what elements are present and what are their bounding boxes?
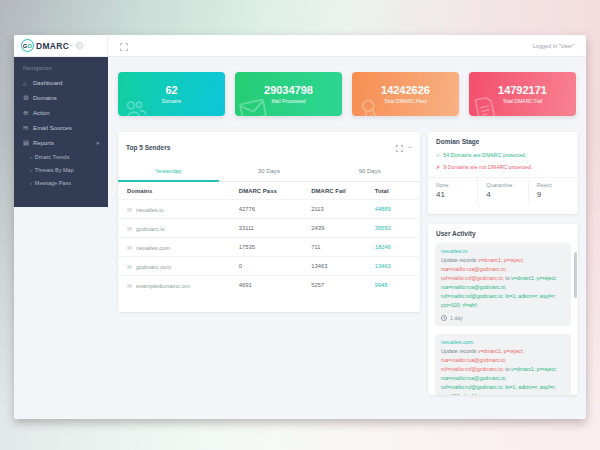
- logo-trademark: ™: [69, 44, 73, 48]
- envelope-icon: [237, 95, 269, 116]
- activity-domain-link[interactable]: neuailes.in: [441, 248, 565, 254]
- col-header-domains: Domains: [118, 182, 239, 200]
- sidebar-subitem-label: Threats By Map: [35, 167, 74, 173]
- fail-value: 2439: [311, 219, 374, 238]
- stage-value: 9: [537, 190, 570, 199]
- sidebar-subitem-label: Dmarc Trends: [35, 154, 70, 160]
- col-header-dmarc-fail: DMARC Fail: [311, 182, 374, 200]
- sidebar-item-message-pass[interactable]: › Message Pass: [14, 176, 108, 189]
- sidebar-item-dashboard[interactable]: ⌂ Dashboard: [14, 76, 108, 90]
- table-row: ✉exampledomainc.om 4691 5257 9948: [118, 276, 420, 295]
- panel-title: User Activity: [436, 230, 476, 237]
- sidebar-item-domains[interactable]: ⚙ Domains: [14, 90, 108, 105]
- nav-section-title: Navigation: [14, 61, 108, 76]
- sidebar-item-reports[interactable]: ▤ Reports ▾: [14, 135, 108, 150]
- domain-link[interactable]: ✉neuailes.com: [118, 238, 239, 257]
- pass-value: 17535: [239, 238, 311, 257]
- pass-value: 4691: [239, 276, 311, 295]
- domain-link[interactable]: ✉godmarc.com: [118, 257, 239, 276]
- email-icon: ✉: [23, 124, 33, 132]
- user-activity-panel: User Activity neuailes.in Update records…: [428, 224, 578, 395]
- total-value: 13463: [375, 257, 420, 276]
- stat-label: Domains: [162, 98, 182, 104]
- domain-link[interactable]: ✉neuailes.io: [118, 200, 239, 219]
- chevron-right-icon: ›: [30, 167, 32, 173]
- not-protected-text: 9 Domains are not DMARC protected.: [443, 164, 532, 170]
- sidebar-toggle[interactable]: [76, 42, 83, 49]
- tab-90-days[interactable]: 90 Days: [319, 162, 420, 181]
- stat-value: 62: [165, 84, 177, 96]
- collapse-icon[interactable]: –: [408, 145, 412, 149]
- panel-title: Domian Stage: [436, 138, 479, 145]
- activity-item: neuailes.com Update records v=dmarc1; p=…: [435, 334, 571, 395]
- expand-icon[interactable]: [396, 138, 403, 156]
- logo: GO DMARC ™: [14, 35, 108, 57]
- stat-value: 29034798: [264, 84, 313, 96]
- senders-tabs: Yesterday 30 Days 90 Days: [118, 162, 420, 182]
- stage-stats: None 41 Quarantine 4 Reject 9: [428, 177, 578, 205]
- tab-30-days[interactable]: 30 Days: [219, 162, 320, 181]
- table-row: ✉godmarc.com 0 13463 13463: [118, 257, 420, 276]
- activity-connector: to: [505, 366, 509, 372]
- senders-table: Domains DMARC Pass DMARC Fail Total ✉neu…: [118, 182, 420, 294]
- stage-value: 4: [486, 190, 519, 199]
- sidebar-item-label: Reports: [33, 140, 54, 146]
- sidebar-item-dmarc-trends[interactable]: › Dmarc Trends: [14, 150, 108, 163]
- pass-value: 42776: [239, 200, 311, 219]
- top-senders-panel: Top 5 Senders – Yesterday 30 Days 90 Day…: [118, 132, 420, 312]
- activity-prefix: Update records: [441, 257, 476, 263]
- home-icon: ⌂: [23, 80, 33, 87]
- stage-label: Quarantine: [486, 182, 519, 188]
- table-row: ✉neuailes.com 17535 711 18246: [118, 238, 420, 257]
- tab-yesterday[interactable]: Yesterday: [118, 162, 219, 181]
- stage-reject: Reject 9: [528, 178, 578, 205]
- not-protected-status: ✗ 9 Domains are not DMARC protected.: [428, 161, 578, 173]
- check-icon: ✓: [436, 152, 440, 158]
- stat-value: 14792171: [498, 84, 547, 96]
- sidebar-item-label: Action: [33, 110, 50, 116]
- stat-card-dmarc-pass: 14242626 Total DMARC Pass: [352, 72, 459, 116]
- domain-link[interactable]: ✉godmarc.io: [118, 219, 239, 238]
- stat-label: Total DMARC Fail: [503, 98, 543, 104]
- stat-label: Total DMARC Pass: [384, 98, 427, 104]
- activity-domain-link[interactable]: neuailes.com: [441, 339, 565, 345]
- domain-link[interactable]: ✉exampledomainc.om: [118, 276, 239, 295]
- table-row: ✉neuailes.io 42776 2113 44889: [118, 200, 420, 219]
- stat-card-dmarc-fail: 14792171 Total DMARC Fail: [469, 72, 576, 116]
- scrollbar-thumb[interactable]: [574, 252, 577, 298]
- sidebar-item-label: Dashboard: [33, 80, 62, 86]
- gear-icon: ⚙: [23, 94, 33, 102]
- sidebar-item-label: Email Sources: [33, 125, 72, 131]
- sidebar-subitem-label: Message Pass: [35, 180, 71, 186]
- stage-none: None 41: [428, 178, 477, 205]
- stat-card-mail-processed: 29034798 Mail Processed: [235, 72, 342, 116]
- protected-status: ✓ 54 Domains are DMARC protected.: [428, 149, 578, 161]
- sidebar-navigation: Navigation ⌂ Dashboard ⚙ Domains ⊕ Actio…: [14, 57, 108, 207]
- sidebar-item-threats-by-map[interactable]: › Threats By Map: [14, 163, 108, 176]
- app-header: GO DMARC ™ Logged in "User": [14, 35, 586, 57]
- col-header-dmarc-pass: DMARC Pass: [239, 182, 311, 200]
- envelope-icon: ✉: [127, 264, 132, 270]
- clock-icon: [441, 315, 447, 321]
- domain-stage-panel: Domian Stage ✓ 54 Domains are DMARC prot…: [428, 132, 578, 214]
- sidebar-item-action[interactable]: ⊕ Action: [14, 105, 108, 120]
- activity-description: Update records v=dmarc1; p=reject; rua=m…: [441, 347, 565, 395]
- envelope-icon: ✉: [127, 245, 132, 251]
- medal-icon: [354, 94, 385, 116]
- stat-cards-row: 62 Domains 29034798 Mail Processed 14242…: [118, 72, 576, 116]
- sidebar-item-email-sources[interactable]: ✉ Email Sources: [14, 120, 108, 135]
- app-window: GO DMARC ™ Logged in "User" Navigation ⌂…: [14, 35, 586, 419]
- total-value: 18246: [375, 238, 420, 257]
- users-icon: [120, 94, 151, 116]
- stage-label: Reject: [537, 182, 570, 188]
- fail-value: 5257: [311, 276, 374, 295]
- sidebar-item-label: Domains: [33, 95, 57, 101]
- stage-value: 41: [436, 190, 469, 199]
- total-value: 44889: [375, 200, 420, 219]
- total-value: 9948: [375, 276, 420, 295]
- fullscreen-icon[interactable]: [120, 37, 128, 55]
- stat-value: 14242626: [381, 84, 430, 96]
- fail-value: 13463: [311, 257, 374, 276]
- activity-timestamp: 1 day: [441, 315, 565, 321]
- stage-quarantine: Quarantine 4: [477, 178, 527, 205]
